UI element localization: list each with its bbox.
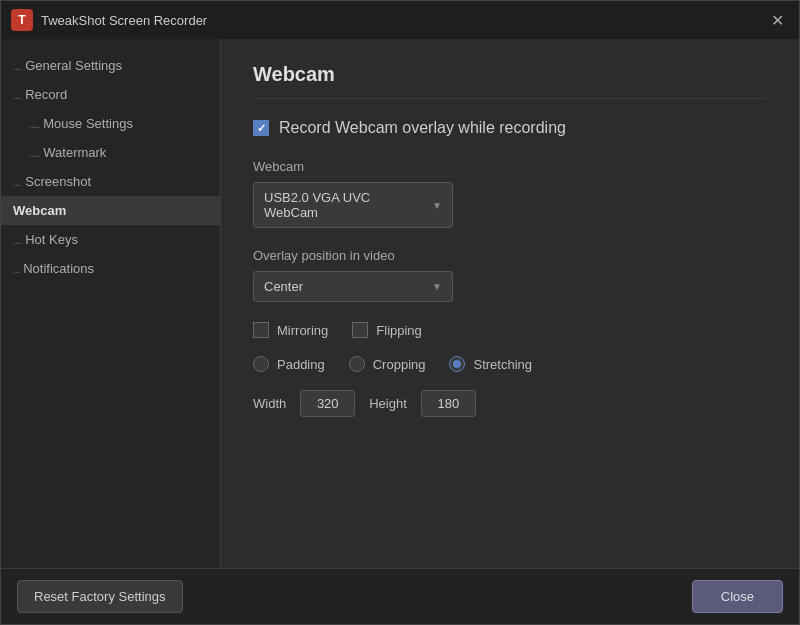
bottom-bar: Reset Factory Settings Close <box>1 568 799 624</box>
window-title: TweakShot Screen Recorder <box>41 13 207 28</box>
overlay-dropdown[interactable]: Center ▼ <box>253 271 453 302</box>
content-area: Webcam Record Webcam overlay while recor… <box>221 39 799 568</box>
cropping-radio[interactable] <box>349 356 365 372</box>
width-input[interactable] <box>300 390 355 417</box>
sidebar-prefix: .... <box>13 234 21 246</box>
reset-factory-settings-button[interactable]: Reset Factory Settings <box>17 580 183 613</box>
main-window: T TweakShot Screen Recorder ✕ .... Gener… <box>0 0 800 625</box>
overlay-dropdown-value: Center <box>264 279 303 294</box>
window-close-button[interactable]: ✕ <box>765 8 789 32</box>
cropping-option[interactable]: Cropping <box>349 356 426 372</box>
webcam-dropdown[interactable]: USB2.0 VGA UVC WebCam ▼ <box>253 182 453 228</box>
sidebar-prefix: .... <box>13 60 21 72</box>
sidebar-prefix: .... <box>13 89 21 101</box>
sidebar-item-label: Hot Keys <box>25 232 78 247</box>
sidebar-prefix: ..... <box>29 147 39 159</box>
title-bar: T TweakShot Screen Recorder ✕ <box>1 1 799 39</box>
mirror-flip-row: Mirroring Flipping <box>253 322 767 338</box>
webcam-group: Webcam USB2.0 VGA UVC WebCam ▼ <box>253 159 767 228</box>
main-content: .... General Settings .... Record ..... … <box>1 39 799 568</box>
padding-radio[interactable] <box>253 356 269 372</box>
sidebar-item-notifications[interactable]: ... Notifications <box>1 254 220 283</box>
sidebar-item-label: Record <box>25 87 67 102</box>
sidebar-item-label: Mouse Settings <box>43 116 133 131</box>
overlay-dropdown-arrow-icon: ▼ <box>432 281 442 292</box>
sidebar-item-record[interactable]: .... Record <box>1 80 220 109</box>
sidebar-item-label: Screenshot <box>25 174 91 189</box>
scale-options-row: Padding Cropping Stretching <box>253 356 767 372</box>
flipping-label: Flipping <box>376 323 422 338</box>
record-webcam-label: Record Webcam overlay while recording <box>279 119 566 137</box>
sidebar-item-webcam[interactable]: Webcam <box>1 196 220 225</box>
content-title: Webcam <box>253 63 767 99</box>
dimensions-row: Width Height <box>253 390 767 417</box>
mirroring-checkbox[interactable] <box>253 322 269 338</box>
stretching-radio[interactable] <box>449 356 465 372</box>
sidebar: .... General Settings .... Record ..... … <box>1 39 221 568</box>
width-label: Width <box>253 396 286 411</box>
webcam-dropdown-value: USB2.0 VGA UVC WebCam <box>264 190 424 220</box>
sidebar-item-hot-keys[interactable]: .... Hot Keys <box>1 225 220 254</box>
padding-label: Padding <box>277 357 325 372</box>
sidebar-item-watermark[interactable]: ..... Watermark <box>1 138 220 167</box>
close-button[interactable]: Close <box>692 580 783 613</box>
overlay-group: Overlay position in video Center ▼ <box>253 248 767 302</box>
height-label: Height <box>369 396 407 411</box>
record-webcam-checkbox[interactable] <box>253 120 269 136</box>
sidebar-prefix: .... <box>13 176 21 188</box>
flipping-option[interactable]: Flipping <box>352 322 422 338</box>
mirroring-option[interactable]: Mirroring <box>253 322 328 338</box>
height-input[interactable] <box>421 390 476 417</box>
webcam-dropdown-arrow-icon: ▼ <box>432 200 442 211</box>
padding-option[interactable]: Padding <box>253 356 325 372</box>
title-bar-left: T TweakShot Screen Recorder <box>11 9 207 31</box>
sidebar-prefix: ..... <box>29 118 39 130</box>
webcam-label: Webcam <box>253 159 767 174</box>
sidebar-item-mouse-settings[interactable]: ..... Mouse Settings <box>1 109 220 138</box>
app-icon-label: T <box>18 13 25 27</box>
sidebar-item-screenshot[interactable]: .... Screenshot <box>1 167 220 196</box>
sidebar-item-label: General Settings <box>25 58 122 73</box>
flipping-checkbox[interactable] <box>352 322 368 338</box>
sidebar-prefix: ... <box>13 263 19 275</box>
overlay-label: Overlay position in video <box>253 248 767 263</box>
cropping-label: Cropping <box>373 357 426 372</box>
sidebar-item-label: Webcam <box>13 203 66 218</box>
mirroring-label: Mirroring <box>277 323 328 338</box>
sidebar-item-label: Notifications <box>23 261 94 276</box>
sidebar-item-label: Watermark <box>43 145 106 160</box>
record-webcam-row: Record Webcam overlay while recording <box>253 119 767 137</box>
stretching-label: Stretching <box>473 357 532 372</box>
stretching-option[interactable]: Stretching <box>449 356 532 372</box>
sidebar-item-general-settings[interactable]: .... General Settings <box>1 51 220 80</box>
app-icon: T <box>11 9 33 31</box>
